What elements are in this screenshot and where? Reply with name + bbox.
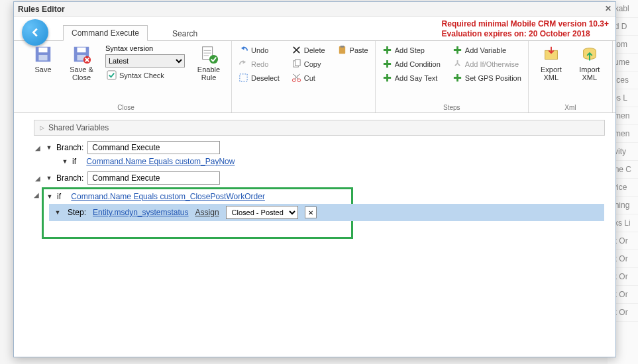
svg-point-13 [292,79,295,82]
rules-editor-window: Rules Editor ✕ Command Execute Search Re… [13,1,616,357]
svg-rect-10 [240,74,247,81]
delete-button[interactable]: Delete [290,44,327,56]
redo-button[interactable]: Redo [237,58,281,69]
titlebar: Rules Editor ✕ [14,2,615,17]
import-xml-button[interactable]: Import XML [572,44,607,101]
branch-icon [452,59,462,69]
plus-icon [382,45,392,55]
arrow-left-icon [28,25,42,40]
clear-value-button[interactable]: ✕ [305,206,317,218]
plus-icon [382,59,392,69]
cut-icon [292,73,301,83]
branch-row-1: ◢ Branch: [34,141,605,154]
deselect-icon [239,73,248,83]
add-condition-button[interactable]: Add Condition [381,58,442,69]
tab-search[interactable]: Search [164,26,206,41]
warning-line2: Evaluation expires on: 20 October 2018 [442,29,609,39]
copy-icon [292,59,301,69]
if-row-2[interactable]: if Command.Name Equals custom_ClosePostW… [44,192,351,201]
if-row-1[interactable]: if Command.Name Equals custom_PayNow [34,157,605,166]
chevron-down-icon[interactable]: ◢ [34,191,39,239]
deselect-button[interactable]: Deselect [237,72,281,83]
chevron-down-icon[interactable]: ◢ [34,175,42,182]
chevron-down-icon[interactable]: ◢ [34,144,42,152]
add-step-button[interactable]: Add Step [381,44,442,56]
tab-command-execute[interactable]: Command Execute [63,25,148,41]
if-label: if [57,192,61,201]
window-title: Rules Editor [18,5,65,14]
import-xml-icon [580,44,600,64]
check-icon [107,70,117,80]
svg-rect-4 [77,48,85,53]
group-steps-label: Steps [376,104,528,111]
undo-button[interactable]: Undo [237,44,281,56]
shared-variables-panel[interactable]: ▷ Shared Variables [34,120,605,136]
plus-icon [452,73,462,83]
highlighted-block: if Command.Name Equals custom_ClosePostW… [42,187,353,239]
svg-rect-1 [38,48,47,53]
export-xml-button[interactable]: Export XML [534,44,568,101]
ribbon: Save Save & Close Syntax version Latest … [14,40,615,113]
enable-rule-button[interactable]: Enable Rule [191,44,226,101]
condition-link[interactable]: Command.Name Equals custom_ClosePostWork… [71,192,265,201]
delete-icon [292,45,301,55]
branch-row-2: ◢ Branch: [34,171,605,185]
svg-point-9 [209,55,218,64]
export-xml-icon [541,44,561,64]
close-icon[interactable]: ✕ [605,4,611,14]
expand-toggle[interactable] [46,144,52,151]
paste-button[interactable]: Paste [336,44,370,56]
branch-name-input[interactable] [87,141,220,154]
group-close-label: Close [21,104,231,111]
paste-icon [337,45,347,55]
step-entity-link[interactable]: Entity.msdyn_systemstatus [93,208,189,217]
enable-rule-icon [199,44,219,64]
save-close-button[interactable]: Save & Close [64,44,99,101]
warning-line1: Required minimal Mobile CRM version 10.3… [442,19,609,29]
condition-link[interactable]: Command.Name Equals custom_PayNow [86,157,235,166]
expand-toggle[interactable] [62,158,68,165]
save-button[interactable]: Save [26,44,60,101]
step-label: Step: [68,208,86,217]
chevron-right-icon: ▷ [40,124,44,131]
cut-button[interactable]: Cut [290,72,327,83]
svg-rect-16 [340,46,344,48]
set-gps-button[interactable]: Set GPS Position [451,72,523,83]
syntax-version-select[interactable]: Latest [105,54,185,68]
svg-rect-2 [38,55,47,60]
syntax-check-button[interactable]: Syntax Check [105,69,166,81]
save-close-icon [72,44,91,64]
syntax-version-label: Syntax version [105,44,153,52]
group-xml-label: Xml [529,104,612,111]
save-icon [33,44,53,64]
plus-icon [382,73,392,83]
expand-toggle[interactable] [46,193,53,200]
if-label: if [72,157,76,166]
add-say-text-button[interactable]: Add Say Text [381,72,442,83]
step-value-select[interactable]: Closed - Posted [226,206,298,219]
copy-button[interactable]: Copy [290,58,327,69]
warning-text: Required minimal Mobile CRM version 10.3… [442,19,609,39]
undo-icon [239,45,248,55]
expand-toggle[interactable] [54,209,61,216]
svg-rect-7 [107,71,116,79]
plus-icon [452,45,462,55]
svg-rect-12 [295,60,300,66]
redo-icon [239,59,248,69]
svg-point-14 [297,79,301,82]
branch-label: Branch: [56,173,83,183]
branch-label: Branch: [56,143,83,152]
expand-toggle[interactable] [46,175,52,181]
rules-canvas: ▷ Shared Variables ◢ Branch: if Command.… [14,113,615,246]
add-variable-button[interactable]: Add Variable [451,44,523,56]
add-if-otherwise-button[interactable]: Add If/Otherwise [451,58,523,69]
branch-name-input[interactable] [87,171,220,185]
step-assign-link[interactable]: Assign [195,208,219,217]
step-row[interactable]: Step: Entity.msdyn_systemstatus Assign C… [49,204,604,221]
